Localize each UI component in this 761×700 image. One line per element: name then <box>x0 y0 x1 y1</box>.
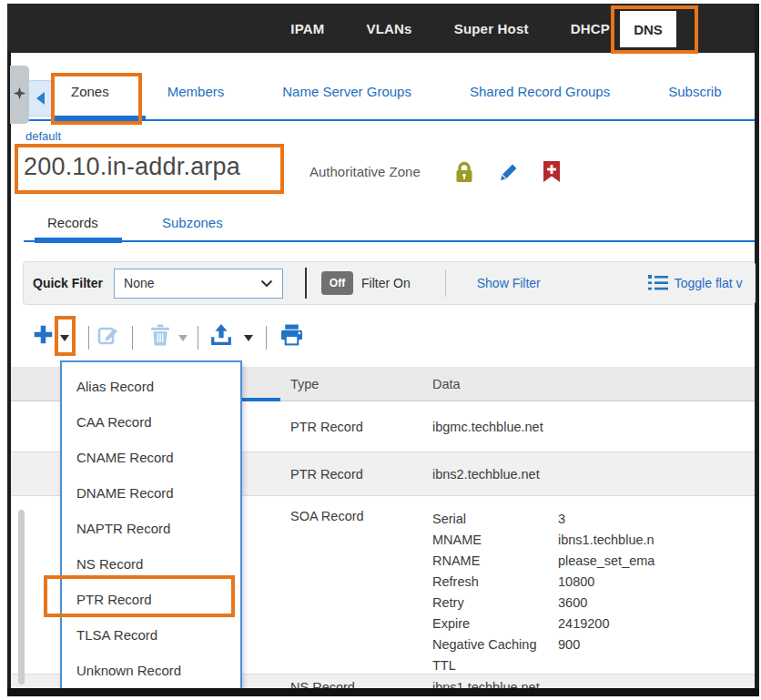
breadcrumb-default-link[interactable]: default <box>25 129 61 143</box>
edit-record-button[interactable] <box>97 324 119 350</box>
chevron-left-icon <box>30 92 45 105</box>
divider <box>445 269 446 297</box>
tab-shared-record-groups[interactable]: Shared Record Groups <box>462 73 617 110</box>
cell-data: ibns2.techblue.net <box>421 452 755 495</box>
soa-field-key: Expire <box>432 614 558 634</box>
cell-type: NS Record <box>279 675 421 688</box>
quick-filter-select[interactable]: None <box>114 269 283 299</box>
subtabs-underline <box>24 240 755 242</box>
soa-field-value: 3 <box>558 509 565 530</box>
soa-field-value: 10800 <box>558 572 594 593</box>
tab-list: ZonesMembersName Server GroupsShared Rec… <box>64 73 729 110</box>
trash-icon <box>150 324 170 346</box>
filter-toggle-button[interactable]: Off <box>321 271 353 295</box>
filter-on-label: Filter On <box>361 276 411 290</box>
nav-item-super-host[interactable]: Super Host <box>454 21 529 36</box>
soa-field-value: please_set_ema <box>558 551 654 572</box>
cell-type: SOA Record <box>279 496 421 674</box>
menu-item-tlsa-record[interactable]: TLSA Record <box>62 617 240 653</box>
soa-field-value: 3600 <box>558 593 587 614</box>
soa-field: Negative Caching TTL900 <box>432 634 755 676</box>
cell-type: PTR Record <box>279 452 421 495</box>
soa-field-key: Refresh <box>432 572 558 593</box>
window-border-bottom <box>7 688 759 696</box>
toolbar-separator <box>132 326 133 350</box>
menu-item-unknown-record[interactable]: Unknown Record <box>62 653 240 688</box>
soa-field-key: Negative Caching TTL <box>432 634 558 676</box>
menu-item-cname-record[interactable]: CNAME Record <box>62 440 240 475</box>
records-toolbar <box>0 320 755 357</box>
zone-type-label: Authoritative Zone <box>309 164 421 179</box>
chevron-down-icon <box>260 279 273 288</box>
finder-panel-handle[interactable] <box>10 66 29 124</box>
tab-zones[interactable]: Zones <box>64 73 117 110</box>
cell-data: ibgmc.techblue.net <box>421 401 755 451</box>
delete-record-button[interactable] <box>150 324 170 350</box>
scrollbar-thumb[interactable] <box>18 510 25 685</box>
soa-field: Retry3600 <box>432 593 755 614</box>
tab-subzones[interactable]: Subzones <box>162 215 223 230</box>
nav-item-dns-active[interactable]: DNS <box>620 11 676 47</box>
nav-item-dhcp[interactable]: DHCP <box>571 21 610 36</box>
cell-data: Serial3MNAMEibns1.techblue.nRNAMEplease_… <box>421 496 755 674</box>
toolbar-separator <box>198 326 198 350</box>
finder-star-icon <box>13 86 26 104</box>
page: IPAMVLANsSuper HostDHCP DNS ZonesMembers… <box>0 0 761 700</box>
soa-field-value: ibns1.techblue.n <box>558 530 654 551</box>
delete-dropdown-caret[interactable] <box>178 335 188 346</box>
tab-records[interactable]: Records <box>47 215 98 230</box>
edit-zone-icon[interactable] <box>497 160 519 184</box>
flat-view-icon[interactable] <box>648 275 668 291</box>
tab-name-server-groups[interactable]: Name Server Groups <box>275 73 419 110</box>
export-dropdown-caret[interactable] <box>244 335 253 346</box>
menu-item-ns-record[interactable]: NS Record <box>62 546 240 582</box>
menu-item-caa-record[interactable]: CAA Record <box>62 404 240 440</box>
active-subtab-indicator <box>35 238 122 243</box>
print-button[interactable] <box>280 324 303 350</box>
show-filter-link[interactable]: Show Filter <box>477 276 541 290</box>
add-record-menu: Alias RecordCAA RecordCNAME RecordDNAME … <box>60 360 242 689</box>
menu-item-dname-record[interactable]: DNAME Record <box>62 475 240 511</box>
export-button[interactable] <box>210 324 232 350</box>
filter-bar: Quick Filter None Off Filter On Show Fil… <box>23 261 756 305</box>
plus-icon <box>33 324 54 345</box>
nav-item-ipam[interactable]: IPAM <box>290 21 324 36</box>
column-header-data[interactable]: Data <box>421 377 755 391</box>
cell-type: PTR Record <box>279 401 421 451</box>
add-record-button[interactable] <box>33 324 54 349</box>
add-record-dropdown-caret[interactable] <box>60 335 69 346</box>
soa-field: RNAMEplease_set_ema <box>432 551 755 572</box>
tabs-scroll-left-button[interactable] <box>27 80 53 117</box>
soa-field: Expire2419200 <box>432 614 755 634</box>
quick-filter-label: Quick Filter <box>33 276 103 290</box>
export-icon <box>210 324 232 346</box>
soa-field-value: 900 <box>558 634 580 676</box>
soa-field-key: Serial <box>432 509 558 530</box>
print-icon <box>280 324 303 346</box>
top-nav-items: IPAMVLANsSuper HostDHCP <box>290 21 610 36</box>
tab-subscrib[interactable]: Subscrib <box>661 73 728 110</box>
cell-data: ibns1.techblue.net <box>421 675 755 688</box>
soa-field: Serial3 <box>432 509 755 530</box>
add-bookmark-icon[interactable] <box>541 160 563 184</box>
column-header-type[interactable]: Type <box>279 377 421 391</box>
nav-item-vlans[interactable]: VLANs <box>366 21 411 36</box>
menu-item-alias-record[interactable]: Alias Record <box>62 369 240 404</box>
toolbar-separator <box>266 326 267 350</box>
toggle-flat-view-link[interactable]: Toggle flat v <box>675 276 743 290</box>
soa-field-key: Retry <box>432 593 558 614</box>
soa-field: MNAMEibns1.techblue.n <box>432 530 755 551</box>
active-tab-indicator <box>55 116 146 121</box>
edit-icon <box>97 324 119 346</box>
zone-title: 200.10.in-addr.arpa <box>24 153 240 181</box>
soa-field-key: RNAME <box>432 551 558 572</box>
menu-item-ptr-record[interactable]: PTR Record <box>62 582 240 617</box>
soa-field-key: MNAME <box>432 530 558 551</box>
divider <box>305 268 307 299</box>
lock-icon[interactable] <box>453 160 475 184</box>
soa-field-value: 2419200 <box>558 614 609 634</box>
menu-item-naptr-record[interactable]: NAPTR Record <box>62 511 240 546</box>
tab-members[interactable]: Members <box>160 73 232 110</box>
window-border-right <box>755 4 759 693</box>
toolbar-separator <box>88 326 89 350</box>
